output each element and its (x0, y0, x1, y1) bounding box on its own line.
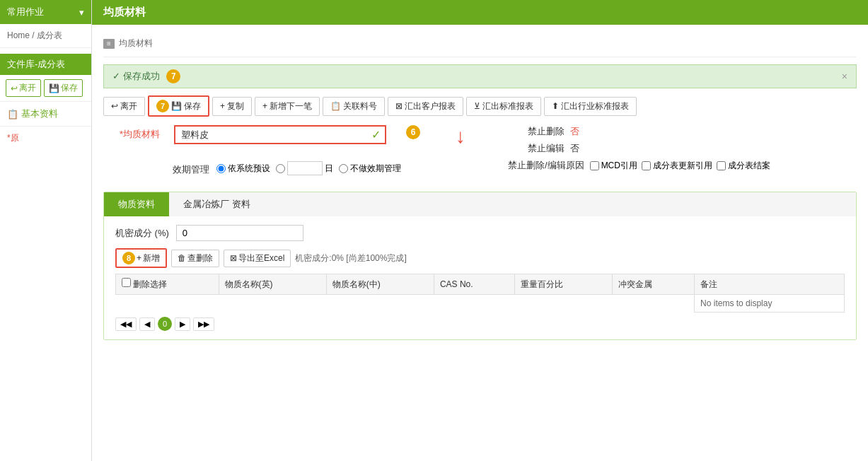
tab-content: 机密成分 (%) 8 + 新增 🗑 查删除 ⊠ (104, 216, 856, 339)
col-name-zh: 物质名称(中) (326, 274, 434, 295)
add-icon: + (137, 253, 141, 263)
radio-system-item[interactable]: 依系统预设 (216, 163, 270, 175)
mcd-checkbox-label: MCD引用 (601, 160, 637, 172)
result-checkbox-input[interactable] (717, 161, 726, 170)
forbid-reason-label: 禁止删除/编辑原因 (508, 159, 584, 172)
result-checkbox-label: 成分表结案 (728, 160, 770, 172)
success-message: ✓ 保存成功 7 (112, 69, 180, 83)
forbid-delete-row: 禁止删除 否 (508, 125, 770, 138)
forbid-reason-row: 禁止删除/编辑原因 MCD引用 成分表更新引用 成分表结案 (508, 159, 770, 172)
radio-none-item[interactable]: 不做效期管理 (339, 163, 401, 175)
save-badge: 7 (156, 100, 169, 112)
main-body: ≡ 均质材料 ✓ 保存成功 7 × ↩ 离开 7 💾 保存 + 复制 (92, 25, 868, 461)
sidebar-item-basic-info[interactable]: 📋 基本资料 (0, 102, 91, 127)
form-icon: 📋 (7, 109, 18, 119)
copy-icon: + (220, 101, 225, 111)
forbid-delete-label: 禁止删除 (508, 125, 565, 138)
sidebar: 常用作业 ▾ Home / 成分表 文件库-成分表 ↩ 离开 💾 保存 📋 基本… (0, 0, 92, 461)
col-conflict-metal: 冲突金属 (612, 274, 694, 295)
material-label: *均质材料 (103, 125, 160, 141)
tab-material-info[interactable]: 物质资料 (104, 192, 169, 216)
tab-metal-smelter[interactable]: 金属冶炼厂 资料 (169, 192, 265, 216)
add-next-button[interactable]: + 新增下一笔 (255, 97, 320, 116)
result-checkbox-item[interactable]: 成分表结案 (717, 160, 770, 172)
tabs-container: 物质资料 金属冶炼厂 资料 机密成分 (%) 8 + 新增 (103, 192, 857, 340)
forbid-delete-value: 否 (570, 125, 579, 138)
first-page-button[interactable]: ◀◀ (115, 317, 137, 331)
close-notification-button[interactable]: × (842, 71, 847, 82)
sidebar-required-label: *原 (0, 127, 91, 150)
arrow-down-indicator: ↓ (456, 125, 465, 148)
assoc-num-button[interactable]: 📋 关联料号 (323, 97, 385, 116)
next-page-button[interactable]: ▶ (175, 317, 190, 331)
days-unit: 日 (325, 163, 333, 175)
sidebar-actions: ↩ 离开 💾 保存 (0, 75, 91, 102)
form-area: *均质材料 ✓ 6 ↓ 效期管理 依系统预设 (103, 125, 857, 185)
table-header-row: 删除选择 物质名称(英) 物质名称(中) CAS No. 重量百分比 冲突金属 … (116, 274, 845, 295)
checkbox-group: MCD引用 成分表更新引用 成分表结案 (590, 160, 770, 172)
pagination: ◀◀ ◀ 0 ▶ ▶▶ (115, 317, 845, 331)
assoc-icon: 📋 (330, 101, 341, 111)
radio-system-label: 依系统预设 (228, 163, 270, 175)
secret-input[interactable] (176, 225, 303, 241)
add-row-button[interactable]: 8 + 新增 (115, 248, 167, 268)
copy-button[interactable]: + 复制 (212, 97, 252, 116)
current-page: 0 (158, 317, 172, 331)
main-toolbar: ↩ 离开 7 💾 保存 + 复制 + 新增下一笔 📋 关联料号 ⊠ (103, 95, 857, 117)
radio-none-input[interactable] (339, 164, 348, 173)
radio-days-input[interactable] (276, 164, 285, 173)
content-breadcrumb: ≡ 均质材料 (103, 33, 857, 57)
leave-icon: ↩ (11, 83, 18, 93)
material-row: *均质材料 ✓ 6 ↓ (103, 125, 465, 148)
last-page-button[interactable]: ▶▶ (193, 317, 214, 331)
export-excel-button[interactable]: ⊠ 导出至Excel (224, 250, 291, 267)
export-standard-button[interactable]: ⊻ 汇出标准报表 (466, 97, 541, 116)
mcd-checkbox-item[interactable]: MCD引用 (590, 160, 637, 172)
sidebar-file-section: 文件库-成分表 (0, 54, 91, 75)
save-icon2: 💾 (171, 101, 182, 111)
main-content: 均质材料 ≡ 均质材料 ✓ 保存成功 7 × ↩ 离开 7 💾 保存 (92, 0, 868, 461)
days-input[interactable] (287, 161, 323, 175)
save-button[interactable]: 7 💾 保存 (148, 95, 209, 117)
bom-checkbox-item[interactable]: 成分表更新引用 (642, 160, 712, 172)
radio-days-item[interactable]: 日 (276, 161, 333, 175)
select-all-checkbox[interactable] (122, 278, 131, 287)
leave-button[interactable]: ↩ 离开 (103, 97, 145, 116)
prev-page-button[interactable]: ◀ (139, 317, 155, 331)
col-weight: 重量百分比 (514, 274, 612, 295)
export-customer-button[interactable]: ⊠ 汇出客户报表 (388, 97, 463, 116)
check-icon: ✓ (371, 128, 381, 141)
bom-checkbox-label: 成分表更新引用 (653, 160, 712, 172)
col-name-en: 物质名称(英) (219, 274, 326, 295)
success-notification: ✓ 保存成功 7 × (103, 64, 857, 88)
expiry-label: 效期管理 (167, 161, 209, 176)
add-next-icon: + (262, 101, 267, 111)
export-customer-icon: ⊠ (395, 101, 403, 111)
expiry-row: 效期管理 依系统预设 日 不做效期管理 (167, 161, 465, 176)
secret-form-row: 机密成分 (%) (115, 225, 845, 241)
no-items-text: No items to display (695, 295, 845, 313)
col-delete-select: 删除选择 (116, 274, 219, 295)
radio-none-label: 不做效期管理 (350, 163, 401, 175)
export-industry-button[interactable]: ⬆ 汇出行业标准报表 (544, 97, 637, 116)
sidebar-menu-toggle[interactable]: 常用作业 ▾ (0, 0, 91, 24)
no-items-row: No items to display (116, 295, 845, 313)
tabs-header: 物质资料 金属冶炼厂 资料 (104, 192, 856, 216)
badge-6: 6 (406, 125, 420, 139)
radio-system-input[interactable] (216, 164, 226, 173)
export-standard-icon: ⊻ (474, 101, 480, 111)
delete-rows-button[interactable]: 🗑 查删除 (171, 250, 219, 267)
radio-group: 依系统预设 日 不做效期管理 (216, 161, 401, 175)
content-breadcrumb-text: 均质材料 (119, 37, 153, 49)
material-input[interactable] (174, 125, 386, 144)
mcd-checkbox-input[interactable] (590, 161, 599, 170)
sidebar-leave-button[interactable]: ↩ 离开 (6, 79, 41, 97)
badge-7: 7 (166, 69, 180, 83)
right-form: 禁止删除 否 禁止编辑 否 禁止删除/编辑原因 MCD引用 (508, 125, 770, 172)
page-title: 均质材料 (92, 0, 868, 25)
secret-label: 机密成分 (%) (115, 227, 169, 240)
sidebar-save-button[interactable]: 💾 保存 (44, 79, 83, 97)
breadcrumb: Home / 成分表 (0, 24, 91, 48)
bom-checkbox-input[interactable] (642, 161, 651, 170)
export-industry-icon: ⬆ (552, 101, 559, 111)
